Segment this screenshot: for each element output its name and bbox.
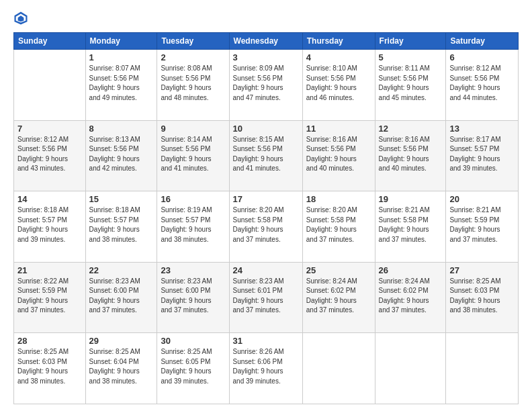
day-info: Sunrise: 8:25 AM Sunset: 6:03 PM Dayligh… [17,347,82,386]
calendar-cell [302,333,375,404]
weekday-header: Thursday [302,33,375,50]
day-number: 25 [306,265,371,275]
calendar-cell: 31Sunrise: 8:26 AM Sunset: 6:06 PM Dayli… [229,333,302,404]
logo-icon [13,11,28,26]
day-info: Sunrise: 8:21 AM Sunset: 5:59 PM Dayligh… [449,205,515,244]
weekday-header: Tuesday [157,33,229,50]
calendar-cell: 22Sunrise: 8:23 AM Sunset: 6:00 PM Dayli… [85,262,157,333]
calendar-week-row: 1Sunrise: 8:07 AM Sunset: 5:56 PM Daylig… [14,50,519,121]
day-number: 13 [449,124,515,134]
day-info: Sunrise: 8:10 AM Sunset: 5:56 PM Dayligh… [306,64,371,103]
calendar-cell: 27Sunrise: 8:25 AM Sunset: 6:03 PM Dayli… [446,262,519,333]
day-number: 20 [449,194,515,204]
day-number: 7 [17,124,82,134]
day-number: 11 [306,124,371,134]
calendar-cell: 23Sunrise: 8:23 AM Sunset: 6:00 PM Dayli… [157,262,229,333]
day-info: Sunrise: 8:17 AM Sunset: 5:57 PM Dayligh… [449,135,515,174]
day-info: Sunrise: 8:12 AM Sunset: 5:56 PM Dayligh… [449,64,515,103]
calendar-cell: 28Sunrise: 8:25 AM Sunset: 6:03 PM Dayli… [14,333,86,404]
day-info: Sunrise: 8:14 AM Sunset: 5:56 PM Dayligh… [161,135,225,174]
day-info: Sunrise: 8:23 AM Sunset: 6:01 PM Dayligh… [233,277,299,316]
day-info: Sunrise: 8:21 AM Sunset: 5:58 PM Dayligh… [379,205,443,244]
day-number: 22 [89,265,154,275]
calendar-cell: 17Sunrise: 8:20 AM Sunset: 5:58 PM Dayli… [229,191,302,263]
calendar-cell: 6Sunrise: 8:12 AM Sunset: 5:56 PM Daylig… [446,50,519,121]
day-number: 28 [17,336,82,346]
day-number: 6 [449,52,515,62]
day-info: Sunrise: 8:08 AM Sunset: 5:56 PM Dayligh… [161,64,225,103]
day-number: 27 [449,265,515,275]
day-number: 1 [89,52,154,62]
day-info: Sunrise: 8:16 AM Sunset: 5:56 PM Dayligh… [306,135,371,174]
day-number: 26 [379,265,443,275]
calendar-cell: 12Sunrise: 8:16 AM Sunset: 5:56 PM Dayli… [375,120,446,191]
calendar-cell: 15Sunrise: 8:18 AM Sunset: 5:57 PM Dayli… [85,191,157,263]
day-number: 19 [379,194,443,204]
calendar-cell [446,333,519,404]
calendar-cell: 25Sunrise: 8:24 AM Sunset: 6:02 PM Dayli… [302,262,375,333]
calendar-cell [14,50,86,121]
calendar-week-row: 7Sunrise: 8:12 AM Sunset: 5:56 PM Daylig… [14,120,519,191]
day-number: 24 [233,265,299,275]
day-number: 2 [161,52,225,62]
day-number: 15 [89,194,154,204]
day-number: 21 [17,265,82,275]
day-number: 5 [379,52,443,62]
day-info: Sunrise: 8:07 AM Sunset: 5:56 PM Dayligh… [89,64,154,103]
day-info: Sunrise: 8:16 AM Sunset: 5:56 PM Dayligh… [379,135,443,174]
day-info: Sunrise: 8:23 AM Sunset: 6:00 PM Dayligh… [161,277,225,316]
day-number: 12 [379,124,443,134]
calendar-cell: 3Sunrise: 8:09 AM Sunset: 5:56 PM Daylig… [229,50,302,121]
calendar-header: SundayMondayTuesdayWednesdayThursdayFrid… [14,33,519,50]
calendar-cell: 29Sunrise: 8:25 AM Sunset: 6:04 PM Dayli… [85,333,157,404]
calendar-week-row: 28Sunrise: 8:25 AM Sunset: 6:03 PM Dayli… [14,333,519,404]
day-number: 31 [233,336,299,346]
calendar-table: SundayMondayTuesdayWednesdayThursdayFrid… [13,32,519,404]
day-number: 4 [306,52,371,62]
calendar-cell: 20Sunrise: 8:21 AM Sunset: 5:59 PM Dayli… [446,191,519,263]
logo [13,11,31,26]
day-number: 23 [161,265,225,275]
calendar-cell: 16Sunrise: 8:19 AM Sunset: 5:57 PM Dayli… [157,191,229,263]
day-info: Sunrise: 8:25 AM Sunset: 6:04 PM Dayligh… [89,347,154,386]
day-info: Sunrise: 8:20 AM Sunset: 5:58 PM Dayligh… [233,205,299,244]
day-number: 17 [233,194,299,204]
calendar-cell: 24Sunrise: 8:23 AM Sunset: 6:01 PM Dayli… [229,262,302,333]
day-number: 18 [306,194,371,204]
header [13,11,519,26]
day-number: 16 [161,194,225,204]
day-info: Sunrise: 8:12 AM Sunset: 5:56 PM Dayligh… [17,135,82,174]
day-info: Sunrise: 8:15 AM Sunset: 5:56 PM Dayligh… [233,135,299,174]
day-info: Sunrise: 8:24 AM Sunset: 6:02 PM Dayligh… [306,277,371,316]
calendar-cell: 8Sunrise: 8:13 AM Sunset: 5:56 PM Daylig… [85,120,157,191]
calendar-cell: 14Sunrise: 8:18 AM Sunset: 5:57 PM Dayli… [14,191,86,263]
calendar-cell: 18Sunrise: 8:20 AM Sunset: 5:58 PM Dayli… [302,191,375,263]
day-info: Sunrise: 8:09 AM Sunset: 5:56 PM Dayligh… [233,64,299,103]
day-info: Sunrise: 8:13 AM Sunset: 5:56 PM Dayligh… [89,135,154,174]
weekday-header: Saturday [446,33,519,50]
calendar-cell: 30Sunrise: 8:25 AM Sunset: 6:05 PM Dayli… [157,333,229,404]
calendar-cell: 26Sunrise: 8:24 AM Sunset: 6:02 PM Dayli… [375,262,446,333]
day-info: Sunrise: 8:25 AM Sunset: 6:05 PM Dayligh… [161,347,225,386]
calendar-cell: 5Sunrise: 8:11 AM Sunset: 5:56 PM Daylig… [375,50,446,121]
day-info: Sunrise: 8:18 AM Sunset: 5:57 PM Dayligh… [17,205,82,244]
day-number: 10 [233,124,299,134]
day-info: Sunrise: 8:22 AM Sunset: 5:59 PM Dayligh… [17,277,82,316]
day-info: Sunrise: 8:18 AM Sunset: 5:57 PM Dayligh… [89,205,154,244]
calendar-cell: 13Sunrise: 8:17 AM Sunset: 5:57 PM Dayli… [446,120,519,191]
day-info: Sunrise: 8:26 AM Sunset: 6:06 PM Dayligh… [233,347,299,386]
weekday-header: Friday [375,33,446,50]
day-info: Sunrise: 8:11 AM Sunset: 5:56 PM Dayligh… [379,64,443,103]
weekday-header: Monday [85,33,157,50]
calendar-week-row: 14Sunrise: 8:18 AM Sunset: 5:57 PM Dayli… [14,191,519,263]
day-number: 29 [89,336,154,346]
weekday-row: SundayMondayTuesdayWednesdayThursdayFrid… [14,33,519,50]
calendar-cell: 19Sunrise: 8:21 AM Sunset: 5:58 PM Dayli… [375,191,446,263]
day-number: 14 [17,194,82,204]
day-info: Sunrise: 8:25 AM Sunset: 6:03 PM Dayligh… [449,277,515,316]
calendar-body: 1Sunrise: 8:07 AM Sunset: 5:56 PM Daylig… [14,50,519,404]
calendar-cell: 10Sunrise: 8:15 AM Sunset: 5:56 PM Dayli… [229,120,302,191]
weekday-header: Wednesday [229,33,302,50]
day-number: 30 [161,336,225,346]
day-info: Sunrise: 8:24 AM Sunset: 6:02 PM Dayligh… [379,277,443,316]
